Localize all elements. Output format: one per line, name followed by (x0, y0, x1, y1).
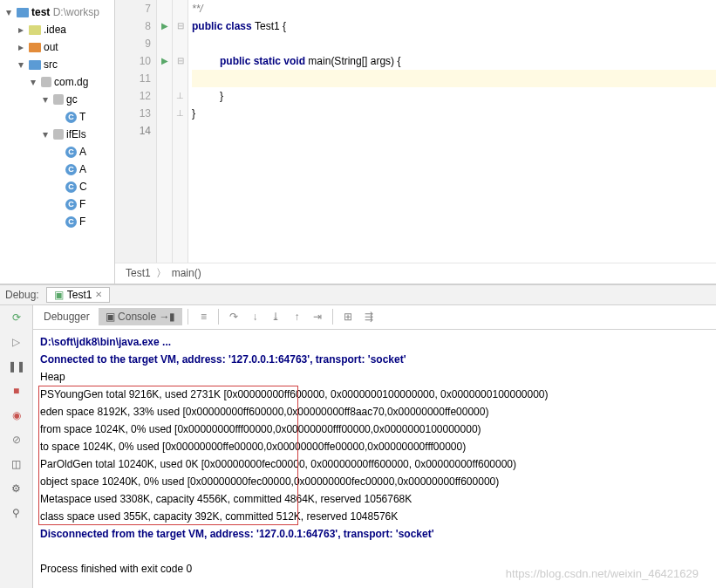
tree-class[interactable]: C T (0, 108, 114, 126)
debug-side-toolbar[interactable]: ⟳ ▷ ❚❚ ■ ◉ ⊘ ◫ ⚙ ⚲ (0, 305, 33, 589)
chevron-down-icon: ▾ (40, 128, 51, 140)
breadcrumb-item[interactable]: main() (172, 267, 201, 279)
console-line: Process finished with exit code 0 (40, 560, 709, 578)
fold-icon[interactable]: ⊟ (176, 17, 185, 35)
step-into-icon[interactable]: ↓ (245, 307, 264, 326)
debug-panel-header[interactable]: Debug: ▣ Test1 ✕ (0, 284, 716, 305)
console-line: ParOldGen total 10240K, used 0K [0x00000… (40, 455, 709, 473)
run-icon[interactable]: ▶ (161, 52, 168, 70)
tab-console[interactable]: ▣ Console →▮ (99, 308, 183, 325)
debug-label: Debug: (5, 289, 39, 301)
console-line: from space 1024K, 0% used [0x00000000fff… (40, 420, 709, 438)
debug-toolbar[interactable]: Debugger ▣ Console →▮ ≡ ↷ ↓ ⤓ ↑ ⇥ ⊞ ⇶ (33, 305, 716, 330)
tree-out[interactable]: ▸ out (0, 38, 114, 56)
close-icon[interactable]: ✕ (95, 290, 102, 299)
console-line: Disconnected from the target VM, address… (40, 525, 709, 543)
mute-breakpoints-icon[interactable]: ⊘ (8, 431, 25, 448)
chevron-down-icon: ▾ (40, 93, 51, 106)
code-line[interactable] (192, 35, 716, 52)
tree-idea[interactable]: ▸ .idea (0, 21, 114, 38)
code-line[interactable] (192, 70, 716, 87)
class-icon: C (65, 216, 77, 228)
console-line: class space used 355K, capacity 392K, co… (40, 508, 709, 525)
folder-icon (29, 43, 41, 52)
source-folder-icon (29, 60, 41, 70)
class-icon: C (65, 181, 77, 193)
console-line: to space 1024K, 0% used [0x00000000ffe00… (40, 438, 709, 455)
chevron-down-icon: ▾ (3, 6, 14, 18)
class-icon: C (65, 112, 77, 123)
tree-leaf[interactable]: CF (0, 213, 114, 230)
code-line[interactable]: public static void main(String[] args) { (192, 52, 716, 70)
chevron-down-icon: ▾ (16, 58, 26, 71)
fold-gutter[interactable]: ⊟ ⊟ ⊥ ⊥ (173, 0, 188, 263)
breadcrumb-item[interactable]: Test1 (126, 267, 151, 279)
code-editor[interactable]: 789 101112 1314 ▶ ▶ ⊟ ⊟ ⊥ ⊥ (115, 0, 716, 284)
debug-tab[interactable]: ▣ Test1 ✕ (46, 287, 111, 303)
run-gutter[interactable]: ▶ ▶ (157, 0, 173, 263)
evaluate-icon[interactable]: ⊞ (338, 307, 358, 326)
console-line (40, 543, 709, 560)
pause-icon[interactable]: ❚❚ (8, 358, 25, 375)
camera-icon[interactable]: ◫ (8, 455, 25, 473)
tree-leaf[interactable]: CA (0, 161, 114, 178)
console-line: D:\soft\jdk8\bin\java.exe ... (40, 333, 709, 351)
console-line: object space 10240K, 0% used [0x00000000… (40, 473, 709, 490)
rerun-icon[interactable]: ⟳ (8, 309, 25, 326)
tree-root[interactable]: ▾ test D:\worksp (0, 3, 114, 21)
chevron-down-icon: ▾ (28, 76, 38, 88)
package-icon (41, 77, 51, 87)
code-line[interactable]: } (192, 105, 716, 122)
step-over-icon[interactable]: ↷ (224, 307, 243, 326)
app-icon: ▣ (54, 289, 64, 301)
chevron-right-icon: ▸ (16, 41, 26, 53)
force-step-into-icon[interactable]: ⤓ (266, 307, 285, 326)
tab-debugger[interactable]: Debugger (37, 308, 97, 325)
breadcrumb[interactable]: Test1 〉 main() (115, 263, 716, 284)
console-line: Metaspace used 3308K, capacity 4556K, co… (40, 490, 709, 508)
trace-icon[interactable]: ⇶ (359, 307, 378, 326)
tree-leaf[interactable]: CC (0, 178, 114, 195)
chevron-right-icon: ▸ (16, 24, 26, 36)
code-line[interactable]: **/ (192, 0, 716, 17)
filter-icon[interactable]: ≡ (194, 307, 213, 326)
class-icon: C (65, 164, 77, 175)
module-icon (17, 8, 29, 17)
folder-icon (29, 25, 41, 35)
resume-icon[interactable]: ▷ (8, 333, 25, 351)
view-breakpoints-icon[interactable]: ◉ (8, 407, 25, 424)
console-line: PSYoungGen total 9216K, used 2731K [0x00… (40, 386, 709, 403)
package-icon (53, 129, 64, 140)
tree-leaf[interactable]: CF (0, 195, 114, 213)
code-line[interactable]: public class Test1 { (192, 17, 716, 35)
pin-icon: →▮ (159, 311, 175, 323)
package-icon (53, 94, 64, 105)
console-icon: ▣ (106, 311, 115, 323)
chevron-right-icon: 〉 (156, 266, 167, 281)
run-icon[interactable]: ▶ (161, 17, 168, 35)
line-gutter[interactable]: 789 101112 1314 (115, 0, 157, 263)
settings-icon[interactable]: ⚙ (8, 480, 25, 497)
console-line: Connected to the target VM, address: '12… (40, 351, 709, 368)
project-tree[interactable]: ▾ test D:\worksp ▸ .idea ▸ out ▾ src ▾ c… (0, 0, 115, 284)
fold-end-icon[interactable]: ⊥ (176, 87, 185, 105)
run-to-cursor-icon[interactable]: ⇥ (308, 307, 327, 326)
step-out-icon[interactable]: ↑ (287, 307, 306, 326)
class-icon: C (65, 199, 77, 210)
console-output[interactable]: D:\soft\jdk8\bin\java.exe ... Connected … (33, 330, 716, 589)
tree-ifels[interactable]: ▾ ifEls (0, 126, 114, 143)
code-line[interactable] (192, 122, 716, 140)
console-line: eden space 8192K, 33% used [0x00000000ff… (40, 403, 709, 420)
pin-icon[interactable]: ⚲ (8, 504, 25, 522)
tree-gc[interactable]: ▾ gc (0, 91, 114, 108)
fold-icon[interactable]: ⊟ (176, 52, 185, 70)
tree-leaf[interactable]: CA (0, 143, 114, 161)
stop-icon[interactable]: ■ (8, 382, 25, 400)
fold-end-icon[interactable]: ⊥ (176, 105, 185, 122)
console-line: Heap (40, 368, 709, 386)
code-line[interactable]: } (192, 87, 716, 105)
tree-package[interactable]: ▾ com.dg (0, 73, 114, 91)
tree-src[interactable]: ▾ src (0, 56, 114, 73)
class-icon: C (65, 147, 77, 158)
code-area[interactable]: **/ public class Test1 { public static v… (188, 0, 716, 263)
